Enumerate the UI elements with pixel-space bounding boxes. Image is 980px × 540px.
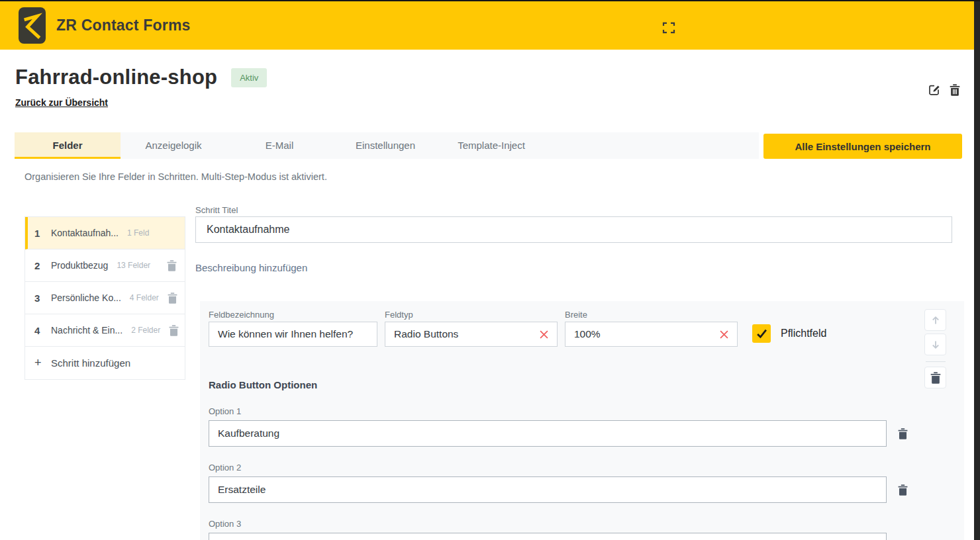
step-label: Kontaktaufnah... [51,228,119,238]
option-label: Option 2 [209,463,241,472]
field-settings-row: Feldbezeichnung Feldtyp Radio Buttons Br… [209,310,956,347]
step-label: Persönliche Ko... [51,292,121,303]
step-number: 3 [34,292,42,304]
add-description-link[interactable]: Beschreibung hinzufügen [195,262,307,273]
page-title: Fahrrad-online-shop [15,66,217,89]
step-field-count: 2 Felder [131,326,160,335]
step-label: Produktbezug [51,260,108,271]
move-field-down-icon[interactable] [924,334,946,355]
radio-options-heading: Radio Button Optionen [209,379,956,390]
delete-step-icon[interactable] [167,260,177,271]
tab-template-inject[interactable]: Template-Inject [438,132,544,159]
field-name-box [209,322,377,347]
field-name-label: Feldbezeichnung [209,310,377,320]
field-controls [924,309,946,388]
delete-option-icon[interactable] [898,428,908,439]
step-item-4[interactable]: 4 Nachricht & Ein... 2 Felder [25,314,185,347]
plus-icon: + [34,356,42,370]
tab-bar: Felder Anzeigelogik E-Mail Einstellungen… [15,132,759,159]
required-checkbox[interactable] [752,324,771,343]
back-to-overview-link[interactable]: Zurück zur Übersicht [15,97,108,108]
option-label: Option 3 [209,519,241,529]
field-name-input[interactable] [218,328,368,340]
option-input-1[interactable] [209,420,887,447]
step-field-count: 1 Feld [127,228,149,238]
option-input-2[interactable] [209,476,887,503]
option-group-2: Option 2 [209,461,956,503]
controls-divider [926,361,946,362]
delete-field-icon[interactable] [924,367,946,388]
step-number: 4 [34,325,42,336]
add-step-label: Schritt hinzufügen [51,357,130,369]
option-input-3[interactable] [209,533,887,540]
zr-logo-icon [19,7,46,44]
step-field-count: 4 Felder [130,293,159,302]
clear-width-icon[interactable] [720,330,728,339]
save-all-settings-button[interactable]: Alle Einstellungen speichern [763,134,962,159]
step-title-input[interactable] [195,216,952,243]
step-field-count: 13 Felder [117,261,150,270]
app-window: ZR Contact Forms Fahrrad-online-shop Akt… [0,0,980,540]
field-type-label: Feldtyp [385,310,558,320]
step-number: 1 [34,228,42,239]
title-actions [928,83,960,96]
move-field-up-icon[interactable] [924,309,946,331]
field-width-select[interactable]: 100% [565,322,738,347]
field-width-label: Breite [565,310,738,320]
delete-option-icon[interactable] [898,484,908,496]
required-field-group: Pflichtfeld [752,310,826,347]
step-item-2[interactable]: 2 Produktbezug 13 Felder [25,249,185,282]
steps-subtitle: Organisieren Sie Ihre Felder in Schritte… [24,171,327,182]
tab-einstellungen[interactable]: Einstellungen [332,132,438,159]
option-group-1: Option 1 [209,405,956,447]
fullscreen-icon[interactable] [660,20,677,37]
field-type-value: Radio Buttons [394,328,458,340]
step-number: 2 [34,260,42,271]
app-title: ZR Contact Forms [56,17,191,34]
steps-sidebar: 1 Kontaktaufnah... 1 Feld 2 Produktbezug… [24,216,185,380]
step-title-label: Schritt Titel [195,205,238,215]
field-width-value: 100% [574,328,601,340]
field-type-select[interactable]: Radio Buttons [385,322,558,347]
step-item-1[interactable]: 1 Kontaktaufnah... 1 Feld [25,217,185,249]
app-header: ZR Contact Forms [0,1,980,50]
tab-anzeigelogik[interactable]: Anzeigelogik [121,132,226,159]
step-label: Nachricht & Ein... [51,325,122,336]
option-group-3: Option 3 [209,518,956,540]
status-badge: Aktiv [231,68,267,87]
delete-step-icon[interactable] [169,325,179,336]
delete-step-icon[interactable] [168,292,177,304]
step-item-3[interactable]: 3 Persönliche Ko... 4 Felder [25,282,185,314]
option-label: Option 1 [209,406,241,416]
add-step-button[interactable]: + Schritt hinzufügen [25,347,185,379]
page-scrollbar[interactable] [974,0,980,540]
delete-form-icon[interactable] [950,84,960,96]
tab-felder[interactable]: Felder [15,132,121,159]
clear-type-icon[interactable] [540,330,548,339]
edit-form-icon[interactable] [928,83,940,96]
field-editor-card: Feldbezeichnung Feldtyp Radio Buttons Br… [200,301,964,540]
tab-email[interactable]: E-Mail [226,132,332,159]
page-title-row: Fahrrad-online-shop Aktiv [15,66,267,89]
window-top-border [0,0,980,1]
required-label: Pflichtfeld [781,324,826,343]
